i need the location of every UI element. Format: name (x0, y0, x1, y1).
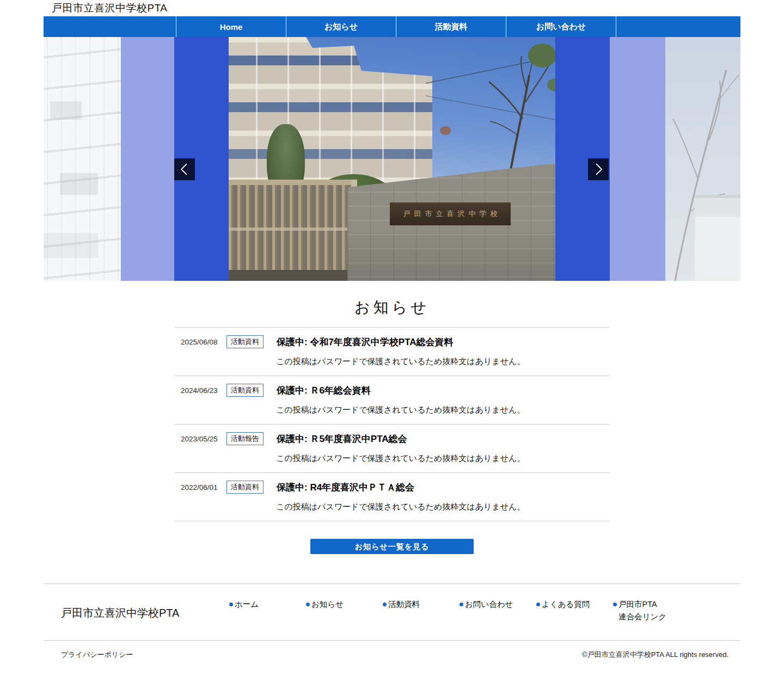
news-title-link[interactable]: 保護中: R4年度喜沢中ＰＴＡ総会 (277, 481, 414, 494)
news-item-meta-row: 2025/06/08 活動資料 保護中: 令和7年度喜沢中学校PTA総会資料 (174, 335, 610, 348)
news-date: 2025/06/08 (181, 338, 226, 346)
news-item-meta-row: 2023/05/25 活動報告 保護中: Ｒ5年度喜沢中PTA総会 (174, 432, 610, 445)
nav-item[interactable]: Home (176, 16, 286, 37)
bullet-icon (536, 603, 540, 606)
gate-rail (229, 180, 357, 185)
white-overlay (44, 37, 121, 281)
bullet-icon (306, 603, 310, 606)
footer-link-text: お知らせ (311, 600, 344, 609)
footer-link-text: 活動資料 (388, 600, 420, 609)
footer-link[interactable]: よくある質問 (536, 600, 613, 622)
footer: 戸田市立喜沢中学校PTA ホーム お知らせ 活動資料 (44, 583, 740, 676)
bullet-icon (229, 603, 233, 606)
bullet-icon (460, 603, 463, 606)
footer-main: 戸田市立喜沢中学校PTA ホーム お知らせ 活動資料 (44, 583, 740, 640)
footer-link[interactable]: ホーム (229, 600, 306, 622)
news-excerpt: この投稿はパスワードで保護されているため抜粋文はありません。 (276, 501, 610, 512)
carousel-band-light-right (610, 37, 665, 281)
footer-link-text: 戸田市PTA連合会リンク (618, 600, 666, 622)
chevron-right-icon (592, 162, 605, 177)
hero-carousel: 戸田市立喜沢中学校 (44, 37, 740, 281)
news-title-link[interactable]: 保護中: 令和7年度喜沢中学校PTA総会資料 (277, 336, 454, 348)
school-nameplate: 戸田市立喜沢中学校 (390, 202, 511, 225)
nav-item[interactable]: お問い合わせ (506, 16, 616, 37)
news-category-badge[interactable]: 活動資料 (226, 384, 264, 397)
news-date: 2023/05/25 (181, 435, 226, 443)
white-overlay (665, 37, 740, 281)
carousel-next-button[interactable] (588, 158, 609, 180)
page: 戸田市立喜沢中学校PTA Home お知らせ 活動資料 お問い合わせ (44, 0, 740, 676)
news-heading: お知らせ (44, 297, 740, 318)
news-item[interactable]: 2022/06/01 活動資料 保護中: R4年度喜沢中ＰＴＡ総会 この投稿はパ… (174, 472, 610, 521)
news-section: お知らせ 2025/06/08 活動資料 保護中: 令和7年度喜沢中学校PTA総… (44, 281, 740, 554)
news-item[interactable]: 2024/06/23 活動資料 保護中: Ｒ6年総会資料 この投稿はパスワードで… (174, 376, 610, 424)
nav-item[interactable]: お知らせ (286, 16, 396, 37)
news-date: 2022/06/01 (181, 483, 226, 491)
bullet-icon (383, 603, 387, 606)
school-gate (229, 180, 357, 273)
news-title-link[interactable]: 保護中: Ｒ5年度喜沢中PTA総会 (277, 433, 407, 445)
carousel-current-slide-photo: 戸田市立喜沢中学校 (229, 37, 555, 281)
carousel-prev-slide-image (44, 37, 121, 281)
news-category-badge[interactable]: 活動資料 (226, 335, 264, 348)
site-header: 戸田市立喜沢中学校PTA (44, 0, 740, 16)
pavement (229, 270, 366, 281)
nav-menu: Home お知らせ 活動資料 お問い合わせ (176, 16, 616, 37)
copyright-text: ©戸田市立喜沢中学校PTA ALL rights reserved. (582, 650, 728, 660)
news-excerpt: この投稿はパスワードで保護されているため抜粋文はありません。 (276, 404, 610, 415)
nav-item[interactable]: 活動資料 (396, 16, 506, 37)
view-all-news-button[interactable]: お知らせ一覧を見る (310, 539, 474, 554)
footer-site-title: 戸田市立喜沢中学校PTA (61, 606, 179, 620)
footer-link[interactable]: 活動資料 (383, 600, 460, 622)
footer-link-text: ホーム (235, 600, 259, 609)
news-date: 2024/06/23 (181, 386, 226, 395)
bottom-bar: プライバシーポリシー ©戸田市立喜沢中学校PTA ALL rights rese… (44, 640, 740, 676)
footer-link-text: よくある質問 (542, 600, 590, 609)
footer-link-text: お問い合わせ (465, 600, 513, 609)
carousel-band-light-left (121, 37, 174, 281)
news-item[interactable]: 2023/05/25 活動報告 保護中: Ｒ5年度喜沢中PTA総会 この投稿はパ… (174, 424, 610, 472)
news-excerpt: この投稿はパスワードで保護されているため抜粋文はありません。 (276, 452, 610, 464)
news-title-link[interactable]: 保護中: Ｒ6年総会資料 (277, 384, 371, 397)
nav-spacer (44, 16, 176, 37)
carousel-prev-button[interactable] (174, 158, 195, 180)
news-excerpt: この投稿はパスワードで保護されているため抜粋文はありません。 (276, 355, 610, 367)
footer-nav: ホーム お知らせ 活動資料 お問い合わせ (229, 600, 690, 622)
news-category-badge[interactable]: 活動資料 (226, 481, 264, 494)
news-category-badge[interactable]: 活動報告 (226, 432, 264, 445)
site-title[interactable]: 戸田市立喜沢中学校PTA (52, 1, 168, 15)
main-nav: Home お知らせ 活動資料 お問い合わせ (44, 16, 740, 37)
chevron-left-icon (178, 162, 191, 177)
news-item[interactable]: 2025/06/08 活動資料 保護中: 令和7年度喜沢中学校PTA総会資料 こ… (174, 327, 610, 376)
privacy-policy-link[interactable]: プライバシーポリシー (61, 650, 133, 660)
news-item-meta-row: 2022/06/01 活動資料 保護中: R4年度喜沢中ＰＴＡ総会 (174, 481, 610, 494)
footer-link[interactable]: お知らせ (306, 600, 383, 622)
footer-link[interactable]: お問い合わせ (460, 600, 536, 622)
news-list: 2025/06/08 活動資料 保護中: 令和7年度喜沢中学校PTA総会資料 こ… (174, 327, 610, 521)
gate-rail (229, 228, 357, 231)
news-item-meta-row: 2024/06/23 活動資料 保護中: Ｒ6年総会資料 (174, 384, 610, 397)
bullet-icon (613, 603, 617, 606)
footer-link[interactable]: 戸田市PTA連合会リンク (613, 600, 690, 622)
carousel-next-slide-image (665, 37, 740, 281)
